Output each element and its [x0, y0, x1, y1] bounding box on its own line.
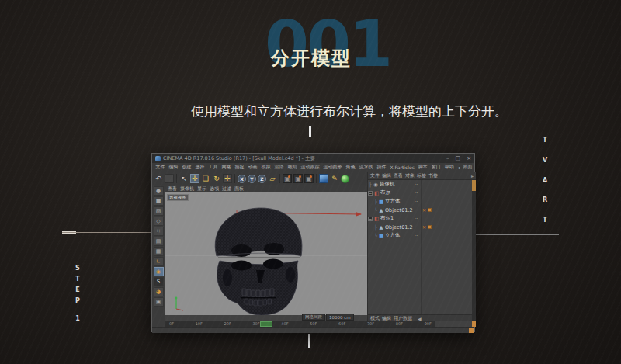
polygons-mode-icon[interactable]: ▦	[154, 247, 164, 256]
tree-row-boole[interactable]: − ◧ 布尔	[368, 189, 472, 197]
om-menu-bookmarks[interactable]: 书签	[428, 172, 438, 179]
visibility-dots[interactable]	[411, 190, 421, 196]
menu-character[interactable]: 角色	[344, 164, 357, 171]
om-menu-view[interactable]: 查看	[394, 172, 403, 179]
model-mode-icon[interactable]: ■	[154, 196, 164, 206]
workplane-mode-icon[interactable]: ◇	[154, 217, 164, 226]
vp-menu-display[interactable]: 显示	[197, 185, 206, 192]
maximize-button[interactable]: □	[456, 155, 461, 161]
object-label: 布尔1	[380, 215, 411, 222]
visibility-dots[interactable]	[411, 224, 421, 231]
animation-timeline[interactable]: 0F 10F 20F 30F 40F 50F 60F 70F 80F 90F	[165, 321, 435, 327]
menu-create[interactable]: 创建	[180, 164, 193, 171]
texture-tag-icon[interactable]	[428, 225, 432, 229]
collapse-toggle-icon[interactable]: −	[368, 191, 373, 196]
menu-simulate[interactable]: 模拟	[259, 164, 272, 171]
menu-mesh[interactable]: 网格	[220, 164, 233, 171]
tree-row-boole1[interactable]: − ◧ 布尔1	[368, 214, 472, 223]
points-mode-icon[interactable]: ⁙	[154, 227, 164, 236]
right-caret-icon[interactable]: ▸	[471, 173, 474, 179]
x-axis-lock-button[interactable]: X	[238, 175, 246, 183]
left-caret-icon[interactable]: ◂	[457, 165, 460, 170]
menu-mograph[interactable]: 运动图形	[321, 164, 344, 171]
visibility-dots[interactable]	[411, 207, 421, 213]
om-menu-file[interactable]: 文件	[370, 172, 380, 179]
menu-sculpt[interactable]: 雕刻	[286, 164, 299, 171]
minimize-button[interactable]: –	[446, 155, 449, 161]
om-menu-tags[interactable]: 标签	[417, 172, 426, 179]
vp-menu-cameras[interactable]: 摄像机	[180, 185, 194, 192]
vp-menu-panel[interactable]: 面板	[234, 185, 244, 192]
live-selection-icon[interactable]: ↖	[179, 174, 189, 183]
menu-snap[interactable]: 捕捉	[233, 164, 246, 171]
workplane-icon[interactable]: ▱	[268, 174, 277, 183]
lock-icon[interactable]: ◉	[154, 267, 164, 276]
world-mode-icon[interactable]: ●	[154, 186, 164, 196]
tree-row-object01b[interactable]: ├ ▲ Object01.2 ✕	[368, 223, 472, 231]
menu-render[interactable]: 渲染	[272, 164, 286, 171]
menu-pipeline[interactable]: 流水线	[357, 164, 375, 171]
om-scrollbar[interactable]	[472, 180, 476, 327]
menu-plugins[interactable]: 插件	[375, 164, 388, 171]
rotate-tool-icon[interactable]: ↻	[212, 174, 221, 183]
z-axis-lock-button[interactable]: Z	[258, 175, 266, 183]
menu-window[interactable]: 窗口	[429, 164, 442, 171]
scale-tool-icon[interactable]: ❏	[201, 174, 210, 183]
vp-menu-view[interactable]: 查看	[168, 185, 177, 192]
window-titlebar[interactable]: CINEMA 4D R17.016 Studio (R17) - [Skull …	[152, 154, 474, 163]
scrollbar-thumb-bottom[interactable]	[472, 321, 476, 327]
visibility-dots[interactable]	[411, 182, 421, 188]
magnet-snap-icon[interactable]: ◕	[154, 287, 164, 296]
timeline-tick: 60F	[338, 322, 345, 326]
axis-mode-icon[interactable]: ∟	[154, 257, 164, 266]
app-icon	[155, 156, 161, 161]
render-settings-icon[interactable]: ▣	[304, 174, 314, 183]
perspective-viewport[interactable]: 查看 摄像机 显示 选项 过滤 面板 透视视图	[165, 185, 367, 315]
undo-icon[interactable]: ↶	[154, 174, 163, 183]
menu-help[interactable]: 帮助	[442, 164, 456, 171]
redo-slot[interactable]	[165, 174, 174, 183]
scrollbar-thumb-top[interactable]	[472, 180, 476, 191]
om-menu-edit[interactable]: 编辑	[382, 172, 391, 179]
snap-toggle-icon[interactable]: S	[154, 277, 164, 286]
menu-motion-tracker[interactable]: 运动跟踪	[299, 164, 321, 171]
xpresso-tag-icon[interactable]: ✕	[422, 207, 426, 213]
menu-xparticles[interactable]: X-Particles	[388, 165, 416, 170]
texture-mode-icon[interactable]: ▨	[154, 206, 164, 216]
spline-pen-icon[interactable]: ✎	[330, 174, 339, 183]
layer-icon[interactable]: ▣	[154, 297, 164, 307]
menu-animate[interactable]: 动画	[246, 164, 259, 171]
om-menu-objects[interactable]: 对象	[405, 172, 415, 179]
menu-edit[interactable]: 编辑	[167, 164, 180, 171]
polygon-object-icon: ▲	[378, 224, 384, 231]
edges-mode-icon[interactable]: ▤	[154, 237, 164, 246]
skull-model-canvas[interactable]	[165, 192, 367, 315]
collapse-toggle-icon[interactable]: −	[368, 217, 373, 221]
xpresso-tag-icon[interactable]: ✕	[422, 224, 426, 230]
menu-script[interactable]: 脚本	[416, 164, 429, 171]
layout-select[interactable]: 启动 ▾	[474, 164, 474, 171]
material-swatch[interactable]	[469, 328, 474, 333]
menu-file[interactable]: 文件	[154, 164, 167, 171]
close-button[interactable]: ×	[467, 155, 471, 161]
menu-select[interactable]: 选择	[193, 164, 206, 171]
move-tool-icon[interactable]: ✛	[190, 174, 199, 183]
timeline-playhead[interactable]	[260, 321, 272, 327]
render-region-icon[interactable]: ▣	[293, 174, 303, 183]
vp-menu-filter[interactable]: 过滤	[222, 185, 231, 192]
add-material-sphere-icon[interactable]	[341, 175, 349, 183]
menu-tools[interactable]: 工具	[206, 164, 220, 171]
tree-row-cube2[interactable]: └ ■ 立方体	[368, 231, 472, 240]
texture-tag-icon[interactable]	[428, 208, 432, 212]
tree-row-object01[interactable]: └ ▲ Object01.2 ✕	[368, 206, 472, 214]
tree-row-cube[interactable]: ├ ■ 立方体	[368, 197, 472, 206]
visibility-dots[interactable]	[411, 216, 421, 222]
y-axis-lock-button[interactable]: Y	[248, 175, 256, 183]
vp-menu-options[interactable]: 选项	[210, 185, 219, 192]
render-view-icon[interactable]: ▣	[283, 174, 292, 183]
last-tool-icon[interactable]: ✛	[223, 174, 232, 183]
visibility-dots[interactable]	[411, 233, 421, 239]
add-primitive-cube-icon[interactable]	[319, 174, 328, 183]
visibility-dots[interactable]	[411, 199, 421, 205]
tree-row-camera[interactable]: ├ ◉ 摄像机	[368, 180, 472, 189]
